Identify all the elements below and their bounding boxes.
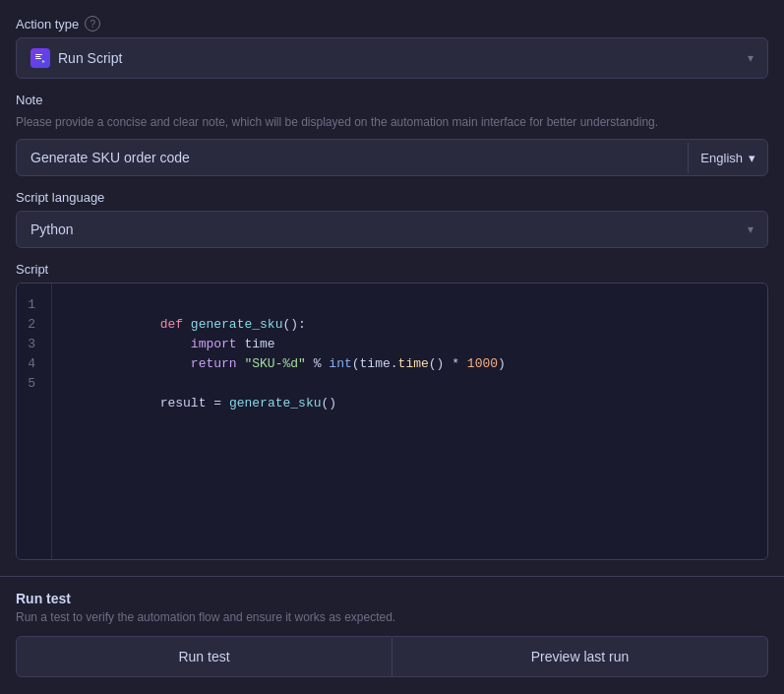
script-area: 1 2 3 4 5 def generate_sku(): import tim… <box>16 283 768 560</box>
action-type-help-icon[interactable]: ? <box>85 16 100 32</box>
action-type-chevron-icon: ▾ <box>748 51 754 65</box>
action-type-select[interactable]: Run Script ▾ <box>16 37 768 79</box>
action-type-label: Action type ? <box>16 16 768 32</box>
action-type-value: Run Script <box>58 50 122 66</box>
run-test-title: Run test <box>16 591 768 606</box>
script-language-select[interactable]: Python ▾ <box>16 211 768 248</box>
run-script-icon <box>30 48 50 68</box>
run-test-hint: Run a test to verify the automation flow… <box>16 610 768 624</box>
script-language-label: Script language <box>16 190 768 205</box>
language-value: English <box>700 151 743 165</box>
line-num-4: 4 <box>25 354 43 374</box>
note-input-row: English ▾ <box>16 139 768 176</box>
run-test-section: Run test Run a test to verify the automa… <box>0 576 784 677</box>
line-num-3: 3 <box>25 335 43 354</box>
line-num-1: 1 <box>25 295 43 315</box>
script-label: Script <box>16 262 768 277</box>
svg-rect-0 <box>35 54 42 55</box>
preview-last-run-button[interactable]: Preview last run <box>392 636 768 677</box>
note-label: Note <box>16 93 768 107</box>
line-num-5: 5 <box>25 374 43 394</box>
language-selector[interactable]: English ▾ <box>688 143 767 173</box>
button-row: Run test Preview last run <box>16 636 768 677</box>
svg-rect-2 <box>35 58 41 59</box>
note-input[interactable] <box>17 140 688 175</box>
line-numbers: 1 2 3 4 5 <box>17 284 52 559</box>
code-line-1: def generate_sku(): <box>68 295 752 315</box>
code-content: def generate_sku(): import time return "… <box>52 284 767 559</box>
code-line-5: result = generate_sku() <box>68 374 752 394</box>
code-editor[interactable]: 1 2 3 4 5 def generate_sku(): import tim… <box>17 284 767 559</box>
script-language-chevron-icon: ▾ <box>748 222 754 236</box>
language-chevron-icon: ▾ <box>749 151 755 165</box>
script-language-value: Python <box>30 221 74 237</box>
run-test-button[interactable]: Run test <box>16 636 392 677</box>
note-hint: Please provide a concise and clear note,… <box>16 113 768 131</box>
svg-rect-1 <box>35 56 40 57</box>
line-num-2: 2 <box>25 315 43 335</box>
